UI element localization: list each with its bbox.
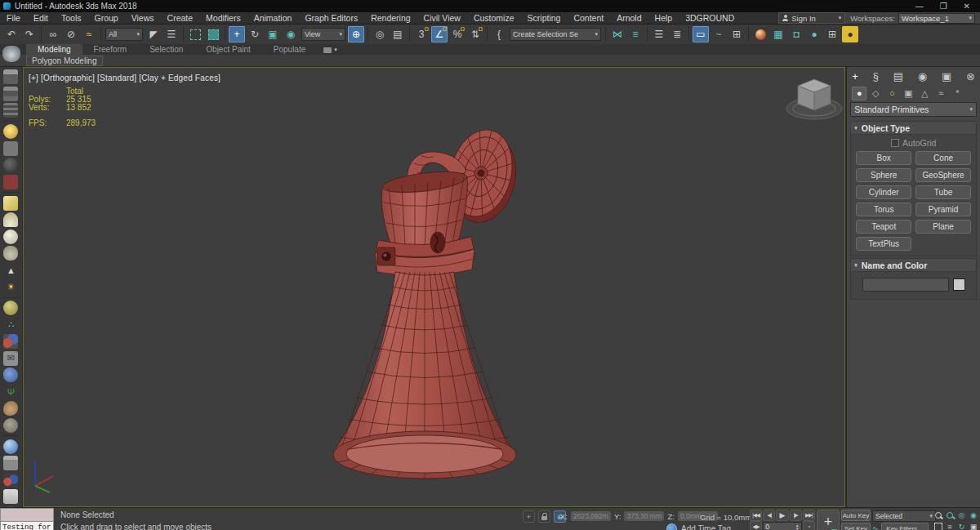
edit-named-selection-sets-icon[interactable]: { bbox=[491, 26, 507, 42]
modify-tab-icon[interactable]: § bbox=[873, 70, 879, 82]
render-icon[interactable]: ● bbox=[842, 26, 858, 42]
select-and-place-icon[interactable]: ◉ bbox=[283, 26, 299, 42]
sphere-primitive-icon[interactable] bbox=[3, 229, 18, 244]
shapes-category-icon[interactable]: ◇ bbox=[868, 87, 883, 100]
menu-civil-view[interactable]: Civil View bbox=[417, 12, 467, 24]
object-name-input[interactable] bbox=[862, 278, 949, 292]
document-icon[interactable] bbox=[3, 489, 18, 504]
camera-light-icon[interactable] bbox=[3, 141, 18, 156]
named-selection-set-dropdown[interactable]: Create Selection Se ▾ bbox=[510, 28, 601, 41]
dynamics-spheres-icon[interactable] bbox=[3, 334, 18, 349]
rendered-frame-window-icon[interactable]: ◘ bbox=[788, 26, 804, 42]
window-crossing-toggle-icon[interactable] bbox=[205, 26, 221, 42]
select-object-icon[interactable]: ◤ bbox=[145, 26, 162, 42]
sphere-button[interactable]: Sphere bbox=[856, 168, 911, 182]
sign-in-button[interactable]: Sign In ▾ bbox=[778, 12, 845, 24]
menu-3dground[interactable]: 3DGROUND bbox=[679, 12, 741, 24]
ribbon-tab-freeform[interactable]: Freeform bbox=[82, 44, 139, 55]
keyboard-shortcut-override-icon[interactable]: ▤ bbox=[390, 26, 406, 42]
primitive-category-dropdown[interactable]: Standard Primitives ▾ bbox=[850, 102, 977, 117]
menu-rendering[interactable]: Rendering bbox=[364, 12, 416, 24]
select-by-name-icon[interactable]: ☰ bbox=[163, 26, 180, 42]
helpers-category-icon[interactable]: △ bbox=[917, 87, 932, 100]
ribbon-panel-polygon-modeling[interactable]: Polygon Modeling bbox=[26, 56, 103, 66]
ribbon-display-toggle[interactable]: ▾ bbox=[323, 47, 337, 55]
toggle-layer-explorer-icon[interactable]: ≣ bbox=[669, 26, 685, 42]
select-and-link-icon[interactable]: ∞ bbox=[45, 26, 61, 42]
menu-tools[interactable]: Tools bbox=[55, 12, 88, 24]
key-filter-icon[interactable]: ∿ bbox=[872, 524, 879, 530]
redo-icon[interactable]: ↷ bbox=[21, 26, 38, 42]
particle-rain-icon[interactable]: ∴ bbox=[3, 318, 18, 332]
menu-arnold[interactable]: Arnold bbox=[610, 12, 648, 24]
dome-primitive-icon[interactable] bbox=[3, 212, 18, 227]
isolate-selection-toggle-icon[interactable]: + bbox=[523, 510, 535, 523]
tube-button[interactable]: Tube bbox=[915, 185, 971, 199]
zoom-region-icon[interactable] bbox=[933, 522, 943, 530]
render-production-icon[interactable]: ● bbox=[806, 26, 822, 42]
menu-group[interactable]: Group bbox=[88, 12, 125, 24]
close-button[interactable]: ✕ bbox=[964, 2, 970, 11]
render-setup-icon[interactable]: ▦ bbox=[770, 26, 786, 42]
pan-view-icon[interactable]: ≡ bbox=[945, 522, 956, 530]
clipboard-icon[interactable] bbox=[3, 456, 18, 470]
listener-macro-line[interactable] bbox=[1, 509, 53, 522]
orbit-icon[interactable]: ↻ bbox=[956, 522, 967, 530]
render-presets-icon[interactable]: ⊞ bbox=[824, 26, 840, 42]
hierarchy-tab-icon[interactable]: ▤ bbox=[893, 70, 903, 82]
undo-icon[interactable]: ↶ bbox=[3, 26, 20, 42]
name-color-rollout-header[interactable]: ▾ Name and Color bbox=[850, 258, 977, 272]
ribbon-tab-selection[interactable]: Selection bbox=[138, 44, 194, 55]
snaps-toggle-icon[interactable]: 3Ω bbox=[413, 26, 430, 42]
shadow-sphere-icon[interactable] bbox=[3, 158, 18, 172]
cone-button[interactable]: Cone bbox=[915, 151, 971, 165]
menu-views[interactable]: Views bbox=[125, 12, 161, 24]
ribbon-tab-modeling[interactable]: Modeling bbox=[26, 44, 82, 55]
spreadsheet-icon[interactable] bbox=[3, 103, 18, 118]
menu-content[interactable]: Content bbox=[567, 12, 610, 24]
box-primitive-icon[interactable] bbox=[3, 196, 18, 211]
previous-frame-button[interactable]: ◀| bbox=[763, 510, 775, 521]
percent-snap-toggle-icon[interactable]: %Ω bbox=[449, 26, 466, 42]
spheres-box-icon[interactable] bbox=[3, 473, 18, 488]
glossy-sphere-icon[interactable] bbox=[3, 439, 18, 454]
utilities-tab-icon[interactable]: ⊗ bbox=[966, 70, 975, 82]
textplus-button[interactable]: TextPlus bbox=[856, 237, 911, 251]
set-key-button[interactable]: Set Key bbox=[841, 523, 871, 530]
use-pivot-point-center-icon[interactable]: ⊕ bbox=[348, 26, 364, 42]
add-time-tag[interactable]: Add Time Tag bbox=[666, 523, 731, 530]
toggle-ribbon-icon[interactable]: ▭ bbox=[693, 26, 709, 42]
menu-animation[interactable]: Animation bbox=[247, 12, 299, 24]
toggle-scene-explorer-icon[interactable]: ☰ bbox=[651, 26, 667, 42]
rendered-frame-tool-icon[interactable] bbox=[3, 69, 18, 84]
go-to-end-button[interactable]: ▶▶| bbox=[803, 510, 815, 521]
unlink-selection-icon[interactable]: ⊘ bbox=[63, 26, 79, 42]
select-and-scale-icon[interactable]: ▣ bbox=[265, 26, 281, 42]
restore-button[interactable]: ❐ bbox=[940, 2, 947, 11]
bind-to-space-warp-icon[interactable]: ≈ bbox=[81, 26, 97, 42]
stone-icon[interactable] bbox=[3, 418, 18, 433]
selection-filter-dropdown[interactable]: All ▾ bbox=[105, 28, 143, 41]
time-configuration-icon[interactable]: ◔ bbox=[803, 521, 815, 530]
menu-create[interactable]: Create bbox=[161, 12, 200, 24]
schematic-view-icon[interactable]: ⊞ bbox=[728, 26, 745, 42]
torus-button[interactable]: Torus bbox=[856, 203, 911, 216]
select-and-manipulate-icon[interactable]: ◎ bbox=[372, 26, 388, 42]
workspace-dropdown[interactable]: Workspace_1 ▾ bbox=[898, 13, 975, 24]
next-frame-button[interactable]: |▶ bbox=[790, 510, 802, 521]
create-tab-icon[interactable]: + bbox=[852, 70, 858, 82]
menu-customize[interactable]: Customize bbox=[467, 12, 521, 24]
sun-icon[interactable]: ☀ bbox=[3, 279, 18, 294]
zoom-extents-all-icon[interactable]: ◉ bbox=[969, 510, 979, 520]
align-icon[interactable]: ≡ bbox=[627, 26, 644, 42]
spinner-snap-toggle-icon[interactable]: ⇅Ω bbox=[467, 26, 483, 42]
olive-sphere-icon[interactable] bbox=[3, 301, 18, 315]
mirror-icon[interactable]: ⋈ bbox=[609, 26, 626, 42]
maxscript-mini-listener[interactable]: Testing for ; bbox=[0, 508, 54, 530]
box-button[interactable]: Box bbox=[856, 151, 911, 165]
key-mode-dropdown[interactable]: Selected ▾ bbox=[872, 510, 936, 522]
select-and-move-icon[interactable]: + bbox=[229, 26, 245, 42]
geometry-category-icon[interactable]: ● bbox=[852, 87, 866, 100]
object-type-rollout-header[interactable]: ▾ Object Type bbox=[850, 121, 977, 135]
select-and-rotate-icon[interactable]: ↻ bbox=[247, 26, 263, 42]
